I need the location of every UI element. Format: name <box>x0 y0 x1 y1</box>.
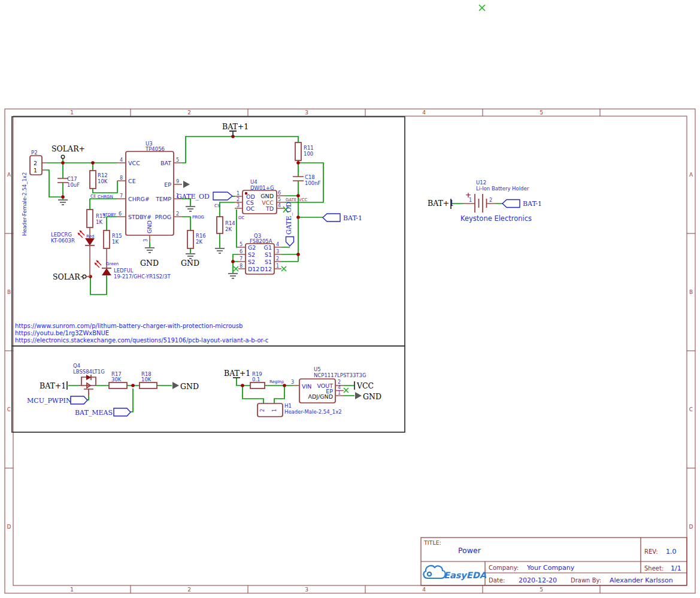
h1-pin1: 1 <box>272 409 277 412</box>
solar-plus-bottom-pin <box>83 275 86 278</box>
ic-q3-fs8205a[interactable]: Q3 FS8205A G2 S2 S2 D12 G1 S1 S1 D12 5 6… <box>238 233 281 274</box>
link-3[interactable]: https://electronics.stackexchange.com/qu… <box>15 337 268 344</box>
net-flag-bat-plus-measure[interactable]: BAT+1 <box>40 381 67 390</box>
net-port-mcu-pwpin[interactable]: MCU_PWPIN <box>27 396 87 405</box>
u4-num-3: 3 <box>237 203 240 208</box>
frame-row-c-left: C <box>7 406 11 412</box>
bat-meas-label: BAT_MEAS <box>75 409 113 417</box>
r12-refdes: R12 <box>98 172 108 178</box>
u3-num-3: 3 <box>143 239 149 242</box>
net-flag-bat-plus-top[interactable]: BAT+1 <box>222 122 249 136</box>
resistor-r14[interactable]: R14 2K <box>217 217 235 233</box>
u4-pin-gnd: GND <box>260 193 274 199</box>
r15-value: 1K <box>112 239 119 245</box>
frame-row-d-left: D <box>7 524 11 530</box>
reg-bat-plus-label: BAT+1 <box>224 369 250 378</box>
u5-pin-adj-gnd: ADJ/GND <box>308 393 333 400</box>
net-port-bat-meas[interactable]: BAT_MEAS <box>75 408 131 417</box>
date-label: Date: <box>489 577 505 584</box>
h1-pin2: 2 <box>260 409 265 412</box>
easyeda-logo-text: EasyEDA <box>444 570 487 581</box>
net-port-bat-minus[interactable]: BAT-1 <box>323 214 362 222</box>
net-port-gate-od-down[interactable]: GATE_OD <box>285 202 294 246</box>
q3-num-3: 3 <box>276 249 279 254</box>
net-flag-solar-plus-top[interactable]: SOLAR+ <box>51 144 85 159</box>
rev-value[interactable]: 1.0 <box>666 548 677 555</box>
gnd-label-u3: GND <box>140 259 159 268</box>
connector-p2[interactable]: Header-Female-2.54_1x2 P2 2 1 <box>22 150 42 236</box>
u4-num-6: 6 <box>278 190 281 196</box>
frame-col-4-bottom: 4 <box>422 587 426 593</box>
resistor-r15[interactable]: R15 1K <box>104 230 122 248</box>
led-ledful[interactable]: Green LEDFUL 19-217/GHC-YR1S2/3T <box>95 248 171 280</box>
link-1[interactable]: https://www.sunrom.com/p/lithum-battery-… <box>15 323 243 329</box>
u4-num-5: 5 <box>278 197 281 202</box>
u3-num-7: 7 <box>120 193 123 199</box>
u3-pin-temp: TEMP <box>155 196 171 202</box>
battery-manufacturer-note: Keystone Electronics <box>460 214 532 223</box>
reference-links[interactable]: https://www.sunrom.com/p/lithum-battery-… <box>15 323 268 344</box>
battery-bat-minus-port[interactable] <box>502 200 520 208</box>
connector-h1[interactable]: 2 1 H1 Header-Male-2.54_1x2 <box>257 403 342 417</box>
q3-num-5: 5 <box>240 242 243 247</box>
ic-u4-dw01[interactable]: U4 DW01+G OD CS OC GND VCC TD 1 2 3 6 5 … <box>235 179 284 214</box>
vcc-label: VCC <box>356 381 374 390</box>
capacitor-c18[interactable]: C18 100nF <box>293 174 321 186</box>
net-label-reginp: RegInp <box>269 380 284 384</box>
u12-refdes: U12 <box>476 180 486 186</box>
u3-pin-vcc: VCC <box>128 160 140 166</box>
gnd-label-r16: GND <box>181 259 199 268</box>
link-2[interactable]: https://youtu.be/1rg3ZWxBNUE <box>15 330 109 336</box>
u5-num-1: 1 <box>338 390 341 396</box>
ic-u3-tp4056[interactable]: U3 TP4056 VCC CE CHRG# STDBY# BAT EP TEM… <box>117 141 182 242</box>
battery-holder-u12[interactable]: BAT+1 + 1 2 U12 Li-Ion Battery Holder BA… <box>428 180 542 223</box>
q3-pin-s2b: S2 <box>248 259 255 265</box>
sheet-value[interactable]: 1/1 <box>671 564 681 572</box>
capacitor-c17[interactable]: C17 10uF <box>57 176 80 188</box>
frame-row-b-left: B <box>7 289 11 295</box>
frame-row-c-right: C <box>689 406 693 412</box>
ledcrg-color: Red <box>86 234 94 239</box>
date-value[interactable]: 2020-12-20 <box>519 576 557 584</box>
frame-col-3-bottom: 3 <box>305 587 308 593</box>
q4-body-diode <box>86 375 91 380</box>
mosfet-q4[interactable]: Q4 LBSS84LT1G <box>73 363 105 400</box>
u3-num-2: 2 <box>176 211 179 217</box>
resistor-r11[interactable]: R11 100 <box>295 142 314 160</box>
u3-num-4: 4 <box>120 157 123 163</box>
u3-num-9: 9 <box>176 179 179 184</box>
q3-num-7: 7 <box>240 256 243 262</box>
measure-regulator-section-box <box>12 346 405 432</box>
frame-row-a-right: A <box>689 172 693 178</box>
r11-refdes: R11 <box>304 145 314 151</box>
frame-col-5-top: 5 <box>540 110 543 116</box>
frame-col-5-bottom: 5 <box>540 587 543 593</box>
c18-refdes: C18 <box>305 174 315 180</box>
r18-value: 10K <box>141 377 151 383</box>
title-label: TITLE: <box>423 539 441 546</box>
net-flag-vcc[interactable]: VCC <box>354 381 374 390</box>
led-ledcrg[interactable]: LEDCRG KT-0603R Red <box>51 227 95 277</box>
resistor-r16[interactable]: R16 2K <box>187 230 206 248</box>
resistor-r18[interactable]: R18 10K <box>140 371 157 388</box>
easyeda-logo: EasyEDA <box>423 566 486 581</box>
company-value[interactable]: Your Company <box>526 564 575 572</box>
u3-pin-gnd: GND <box>146 220 153 233</box>
net-label-oc: OC <box>238 215 245 220</box>
net-port-gate-od-left[interactable]: GATE_OD <box>177 192 232 201</box>
frame-col-1-top: 1 <box>70 110 74 116</box>
q3-pin-g2: G2 <box>248 244 256 251</box>
u4-num-2: 2 <box>237 197 240 202</box>
reg-gnd-arrow <box>355 392 362 399</box>
led-red-symbol <box>85 238 95 245</box>
drawn-by-value[interactable]: Alexander Karlsson <box>610 576 673 584</box>
q3-pin-s1b: S1 <box>265 259 272 265</box>
q3-num-2: 2 <box>276 256 279 262</box>
resistor-r19[interactable]: R19 0.1 <box>250 371 265 388</box>
c17-value: 10uF <box>67 182 80 188</box>
net-flag-bat-plus-reg[interactable]: BAT+1 <box>224 369 250 378</box>
led-green-symbol <box>102 268 111 275</box>
net-flag-solar-plus-bottom[interactable]: SOLAR+ <box>53 272 90 281</box>
resistor-r17[interactable]: R17 30K <box>109 371 127 388</box>
title-value[interactable]: Power <box>458 546 481 555</box>
